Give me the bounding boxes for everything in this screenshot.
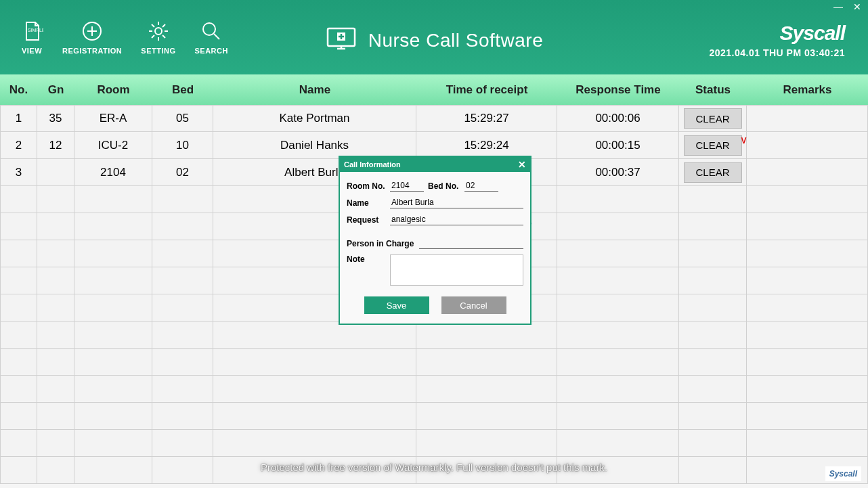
cell-empty: [37, 186, 74, 213]
cell-empty: [74, 294, 152, 321]
datetime-label: 2021.04.01 THU PM 03:40:21: [709, 47, 845, 58]
col-remarks: Remarks: [747, 83, 868, 97]
cell-empty: [37, 240, 74, 267]
view-button[interactable]: SIMPLE VIEW: [20, 20, 43, 55]
name-field[interactable]: [390, 197, 523, 208]
cell-empty: [557, 376, 679, 403]
cell-empty: [0, 349, 37, 376]
col-resp: Response Time: [557, 83, 679, 97]
label-room-no: Room No.: [347, 181, 386, 191]
brand-logo: Syscall: [709, 22, 845, 45]
table-row-empty: [0, 457, 868, 484]
cell-bed: 05: [152, 105, 213, 132]
col-status: Status: [679, 83, 747, 97]
table-row[interactable]: 135ER-A05Kate Portman15:29:2700:00:06CLE…: [0, 105, 868, 132]
cell-empty: [0, 294, 37, 321]
cell-empty: [152, 457, 213, 484]
cell-empty: [37, 457, 74, 484]
cell-empty: [152, 267, 213, 294]
table-row-empty: [0, 376, 868, 403]
save-button[interactable]: Save: [364, 296, 429, 314]
app-title: Nurse Call Software: [368, 30, 543, 51]
request-field[interactable]: [390, 214, 523, 225]
cell-empty: [679, 186, 747, 213]
cell-resp: 00:00:15: [557, 132, 679, 159]
cell-empty: [679, 267, 747, 294]
cell-room: 2104: [74, 159, 152, 186]
col-no: No.: [0, 83, 37, 97]
gear-icon: [147, 20, 170, 43]
cell-remarks: [747, 159, 868, 186]
table-row-empty: [0, 321, 868, 349]
cell-bed: 02: [152, 159, 213, 186]
cell-empty: [0, 213, 37, 240]
col-name: Name: [213, 83, 416, 97]
close-window-icon[interactable]: ✕: [850, 1, 864, 12]
svg-text:SIMPLE: SIMPLE: [28, 28, 43, 32]
cell-empty: [747, 457, 868, 484]
cell-status: CLEAR: [679, 105, 747, 132]
svg-rect-5: [337, 32, 345, 41]
monitor-plus-icon: [325, 26, 357, 56]
cell-empty: [0, 457, 37, 484]
cell-empty: [0, 267, 37, 294]
cancel-button[interactable]: Cancel: [441, 296, 506, 314]
setting-button[interactable]: SETTING: [141, 20, 175, 55]
cell-empty: [747, 186, 868, 213]
cell-empty: [152, 240, 213, 267]
registration-button[interactable]: REGISTRATION: [62, 20, 122, 55]
cell-no: 3: [0, 159, 37, 186]
label-request: Request: [347, 215, 386, 225]
cell-room: ICU-2: [74, 132, 152, 159]
cell-empty: [416, 403, 557, 430]
status-mark: V: [741, 136, 747, 146]
cell-empty: [747, 213, 868, 240]
cell-no: 1: [0, 105, 37, 132]
cell-empty: [74, 403, 152, 430]
plus-circle-icon: [81, 20, 104, 43]
cell-empty: [557, 430, 679, 457]
cell-empty: [37, 349, 74, 376]
cell-empty: [74, 457, 152, 484]
cell-empty: [557, 321, 679, 349]
cell-empty: [37, 294, 74, 321]
cell-empty: [152, 294, 213, 321]
cell-empty: [74, 376, 152, 403]
table-row[interactable]: 212ICU-210Daniel Hanks15:29:2400:00:15CL…: [0, 132, 868, 159]
person-in-charge-field[interactable]: [419, 238, 523, 249]
clear-button[interactable]: CLEAR: [684, 135, 742, 156]
cell-resp: 00:00:06: [557, 105, 679, 132]
clear-button[interactable]: CLEAR: [684, 162, 742, 183]
room-no-field[interactable]: [390, 180, 424, 192]
cell-empty: [557, 349, 679, 376]
clear-button[interactable]: CLEAR: [684, 108, 742, 129]
cell-empty: [74, 267, 152, 294]
dialog-title: Call Information: [344, 160, 401, 169]
cell-empty: [213, 430, 416, 457]
cell-empty: [747, 294, 868, 321]
cell-empty: [37, 213, 74, 240]
cell-empty: [152, 403, 213, 430]
minimize-icon[interactable]: —: [831, 1, 845, 12]
cell-bed: 10: [152, 132, 213, 159]
search-button[interactable]: SEARCH: [194, 20, 227, 55]
cell-empty: [679, 349, 747, 376]
cell-empty: [557, 186, 679, 213]
cell-empty: [74, 321, 152, 349]
setting-label: SETTING: [141, 47, 175, 55]
cell-empty: [679, 376, 747, 403]
cell-time: 15:29:24: [416, 132, 557, 159]
col-time: Time of receipt: [416, 83, 557, 97]
search-label: SEARCH: [194, 47, 227, 55]
cell-empty: [747, 349, 868, 376]
cell-empty: [0, 430, 37, 457]
note-field[interactable]: [390, 254, 523, 286]
close-icon[interactable]: ✕: [518, 159, 526, 170]
cell-empty: [152, 376, 213, 403]
bed-no-field[interactable]: [464, 180, 498, 192]
call-info-dialog: Call Information ✕ Room No. Bed No. Name…: [339, 156, 531, 325]
cell-empty: [416, 430, 557, 457]
cell-empty: [416, 321, 557, 349]
cell-empty: [679, 403, 747, 430]
cell-empty: [152, 186, 213, 213]
